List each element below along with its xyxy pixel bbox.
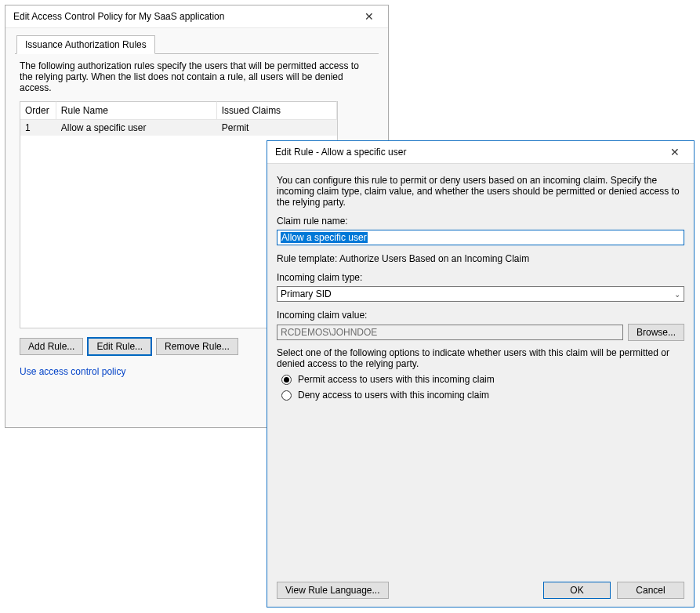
col-issued-claims[interactable]: Issued Claims — [217, 101, 337, 120]
radio-permit-label: Permit access to users with this incomin… — [298, 374, 495, 385]
radio-deny-label: Deny access to users with this incoming … — [298, 390, 489, 401]
col-order[interactable]: Order — [20, 101, 56, 120]
incoming-claim-type-select[interactable]: Primary SID ⌄ — [277, 286, 684, 302]
label-incoming-claim-value: Incoming claim value: — [277, 310, 684, 321]
view-rule-language-button[interactable]: View Rule Language... — [277, 582, 389, 599]
radio-deny[interactable]: Deny access to users with this incoming … — [281, 390, 680, 401]
options-intro: Select one of the following options to i… — [277, 347, 684, 369]
label-claim-rule-name: Claim rule name: — [277, 216, 684, 227]
bg-title: Edit Access Control Policy for My SaaS a… — [13, 11, 224, 22]
fg-footer: View Rule Language... OK Cancel — [277, 582, 684, 599]
browse-button[interactable]: Browse... — [628, 324, 684, 341]
cell-issued-claims: Permit — [217, 120, 337, 136]
cell-rule-name: Allow a specific user — [56, 120, 217, 136]
chevron-down-icon: ⌄ — [674, 290, 680, 299]
cell-order: 1 — [20, 120, 56, 136]
edit-rule-dialog: Edit Rule - Allow a specific user ✕ You … — [267, 140, 695, 608]
radio-permit[interactable]: Permit access to users with this incomin… — [281, 374, 680, 385]
label-incoming-claim-type: Incoming claim type: — [277, 272, 684, 283]
bg-tabstrip: Issuance Authorization Rules — [15, 34, 379, 54]
radio-button-icon — [281, 390, 292, 401]
fg-intro: You can configure this rule to permit or… — [277, 175, 684, 208]
incoming-claim-type-value: Primary SID — [281, 288, 332, 299]
close-icon[interactable]: ✕ — [357, 10, 382, 23]
fg-ok-button[interactable]: OK — [543, 582, 611, 599]
rule-template-prefix: Rule template: — [277, 253, 339, 264]
col-rule-name[interactable]: Rule Name — [56, 101, 217, 120]
remove-rule-button[interactable]: Remove Rule... — [156, 338, 238, 355]
bg-titlebar: Edit Access Control Policy for My SaaS a… — [5, 5, 388, 28]
table-row[interactable]: 1 Allow a specific user Permit — [20, 120, 337, 136]
fg-titlebar: Edit Rule - Allow a specific user ✕ — [267, 141, 694, 164]
edit-rule-button[interactable]: Edit Rule... — [88, 338, 151, 355]
access-radios: Permit access to users with this incomin… — [277, 374, 684, 401]
rule-template-value: Authorize Users Based on an Incoming Cla… — [339, 253, 529, 264]
use-access-control-policy-link[interactable]: Use access control policy — [20, 366, 125, 377]
incoming-claim-value-text: RCDEMOS\JOHNDOE — [281, 327, 377, 338]
radio-button-icon — [281, 375, 292, 385]
tab-issuance-rules[interactable]: Issuance Authorization Rules — [16, 35, 155, 54]
claim-rule-name-input[interactable]: Allow a specific user — [277, 230, 684, 245]
close-icon[interactable]: ✕ — [662, 146, 687, 158]
fg-cancel-button[interactable]: Cancel — [617, 582, 684, 599]
incoming-claim-value-input[interactable]: RCDEMOS\JOHNDOE — [277, 325, 623, 340]
fg-title: Edit Rule - Allow a specific user — [275, 147, 406, 158]
bg-description: The following authorization rules specif… — [20, 60, 374, 93]
rule-template: Rule template: Authorize Users Based on … — [277, 253, 684, 264]
claim-rule-name-value: Allow a specific user — [281, 232, 368, 243]
add-rule-button[interactable]: Add Rule... — [20, 338, 83, 355]
rules-table-header: Order Rule Name Issued Claims — [20, 101, 337, 120]
